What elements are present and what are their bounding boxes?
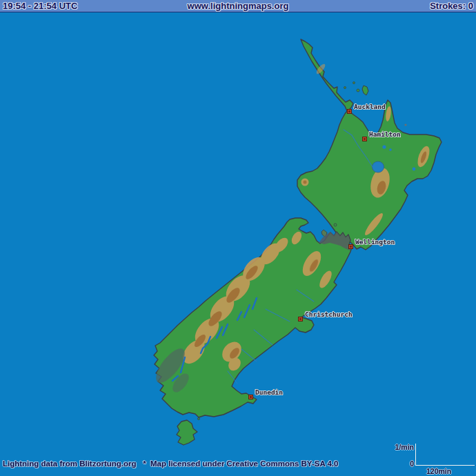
city-marker-auckland[interactable]	[347, 109, 352, 114]
city-label-dunedin: Dunedin	[255, 388, 283, 396]
city-label-wellington: Wellington	[355, 238, 395, 246]
city-label-christchurch: Christchurch	[305, 310, 353, 318]
legend-rate-max-label: 1/min	[395, 443, 414, 451]
city-marker-wellington[interactable]	[348, 244, 353, 249]
top-status-bar: 19:54 - 21:54 UTC www.lightningmaps.org …	[0, 0, 476, 12]
rate-legend: 1/min 0 120min	[386, 439, 476, 476]
footer-credit: Lightning data from Blitzortung.org * Ma…	[3, 459, 338, 468]
city-layer: AucklandHamiltonWellingtonChristchurchDu…	[0, 0, 476, 476]
city-label-hamilton: Hamilton	[369, 130, 401, 138]
legend-rate-min-label: 0	[410, 459, 414, 468]
legend-x-axis-line	[415, 465, 475, 466]
city-marker-christchurch[interactable]	[298, 317, 303, 321]
time-range-label: 19:54 - 21:54 UTC	[3, 0, 77, 12]
city-label-auckland: Auckland	[354, 103, 386, 110]
city-marker-hamilton[interactable]	[362, 137, 367, 141]
strokes-counter: Strokes: 0	[430, 0, 473, 12]
legend-y-axis-line	[415, 444, 416, 465]
legend-time-axis-label: 120min	[426, 467, 451, 475]
city-marker-dunedin[interactable]	[248, 395, 253, 399]
lightningmaps-app: 19:54 - 21:54 UTC www.lightningmaps.org …	[0, 0, 476, 476]
